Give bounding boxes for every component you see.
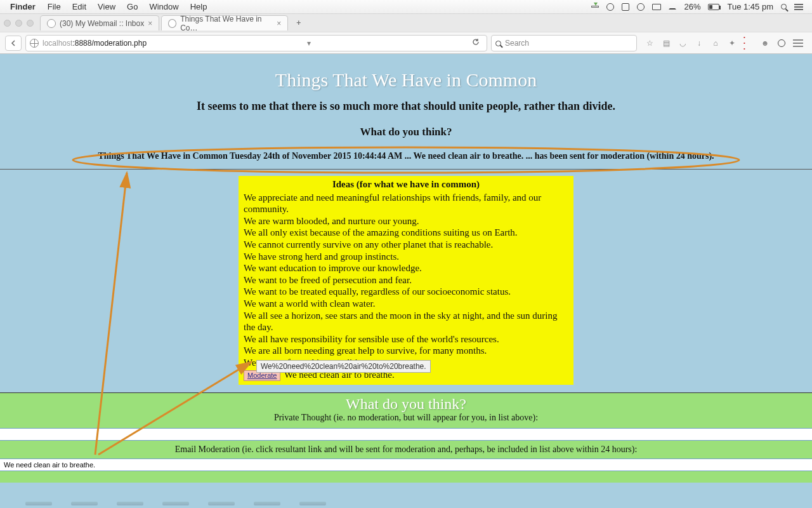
spotlight-icon[interactable]: [781, 4, 787, 10]
list-item: We are warm blooded, and nurture our you…: [244, 215, 568, 227]
url-bar[interactable]: localhost:8888/moderation.php ▾: [25, 35, 487, 51]
link-tooltip: We%20need%20clean%20air%20to%20breathe.: [256, 360, 431, 373]
page-title: Things That We Have in Common: [0, 69, 812, 91]
list-item: We want to be freed of persecution and f…: [244, 274, 568, 286]
private-thought-input[interactable]: [3, 430, 809, 439]
tab-favicon-icon: [168, 19, 176, 28]
menu-edit[interactable]: Edit: [72, 2, 86, 11]
pocket-icon[interactable]: ◡: [678, 38, 688, 48]
menu-go[interactable]: Go: [127, 2, 138, 11]
dock-peek: [0, 502, 812, 508]
form-footer-band: [0, 471, 812, 483]
wifi-icon[interactable]: [669, 4, 676, 10]
list-item: We appreciate and need meaningful relati…: [244, 192, 568, 215]
app-name[interactable]: Finder: [10, 2, 36, 11]
url-text: localhost:8888/moderation.php: [43, 39, 147, 48]
list-item: We want to be treated equally, regardles…: [244, 286, 568, 298]
list-item: We want a world with clean water.: [244, 298, 568, 310]
tab-favicon-icon: [47, 19, 56, 28]
list-item: We want education to improve our knowled…: [244, 262, 568, 274]
form-heading: What do you think?: [0, 396, 812, 413]
search-bar[interactable]: Search: [491, 35, 637, 51]
back-button[interactable]: [5, 36, 22, 51]
dropdown-icon[interactable]: ▾: [307, 39, 311, 48]
search-placeholder: Search: [505, 39, 529, 48]
browser-tab-inactive[interactable]: (30) My Webmail :: Inbox ×: [40, 15, 159, 30]
globe-icon: [30, 39, 39, 48]
tab-close-icon[interactable]: ×: [277, 19, 281, 28]
status-icon-d[interactable]: [622, 3, 629, 11]
menu-file[interactable]: File: [48, 2, 61, 11]
chat-icon[interactable]: ☻: [760, 38, 770, 48]
page-subtitle-1: It seems to me that there is so much mor…: [0, 100, 812, 113]
divider: [0, 169, 812, 170]
menu-view[interactable]: View: [98, 2, 115, 11]
list-item: We all only exist because of the amazing…: [244, 227, 568, 239]
menu-button[interactable]: [793, 38, 803, 48]
window-traffic-lights[interactable]: [4, 20, 34, 27]
private-thought-label: Private Thought (ie. no moderation, but …: [0, 413, 812, 423]
status-icon-target[interactable]: [637, 3, 645, 11]
tab-title: Things That We Have in Co…: [180, 15, 273, 32]
tab-title: (30) My Webmail :: Inbox: [60, 19, 144, 28]
menu-help[interactable]: Help: [190, 2, 207, 11]
menu-window[interactable]: Window: [149, 2, 178, 11]
email-moderation-input[interactable]: [3, 460, 809, 469]
extension-dots-icon[interactable]: • • •: [743, 38, 754, 48]
email-moderation-label: Email Moderation (ie. click resultant li…: [0, 444, 812, 455]
form-section: What do you think? Private Thought (ie. …: [0, 393, 812, 428]
status-icon-b[interactable]: [606, 3, 614, 11]
extension-icon[interactable]: ✦: [727, 38, 737, 48]
clock[interactable]: Tue 1:45 pm: [727, 2, 773, 11]
page-subtitle-2: What do you think?: [0, 126, 812, 138]
battery-icon[interactable]: [708, 4, 719, 10]
browser-chrome: (30) My Webmail :: Inbox × Things That W…: [0, 14, 812, 54]
downloads-icon[interactable]: ↓: [694, 38, 704, 48]
moderation-notice: Things That We Have in Common Tuesday 24…: [89, 150, 723, 163]
list-item: We cannot currently survive on any other…: [244, 239, 568, 251]
tray-download-icon[interactable]: [591, 6, 599, 8]
macos-menubar: Finder File Edit View Go Window Help 26%…: [0, 0, 812, 14]
tab-close-icon[interactable]: ×: [148, 19, 152, 28]
airplay-icon[interactable]: [652, 4, 661, 10]
battery-percent: 26%: [684, 2, 700, 11]
search-icon: [495, 39, 501, 48]
list-item: We are all born needing great help to su…: [244, 345, 568, 357]
reload-button[interactable]: [471, 37, 480, 48]
new-tab-button[interactable]: +: [292, 18, 304, 27]
reader-icon[interactable]: ▤: [661, 38, 671, 48]
list-item: We all have responsibility for sensible …: [244, 333, 568, 345]
list-item: We have strong herd and group instincts.: [244, 251, 568, 263]
sync-icon[interactable]: [776, 38, 787, 48]
list-item: We all see a horizon, see stars and the …: [244, 310, 568, 333]
browser-tab-active[interactable]: Things That We Have in Co… ×: [161, 15, 288, 30]
ideas-heading: Ideas (for what we have in common): [244, 178, 568, 190]
page-viewport: Things That We Have in Common It seems t…: [0, 54, 812, 508]
menu-extras-icon[interactable]: [794, 3, 803, 11]
home-icon[interactable]: ⌂: [710, 38, 721, 48]
bookmark-star-icon[interactable]: ☆: [645, 38, 655, 48]
ideas-box: Ideas (for what we have in common) We ap…: [239, 176, 573, 385]
